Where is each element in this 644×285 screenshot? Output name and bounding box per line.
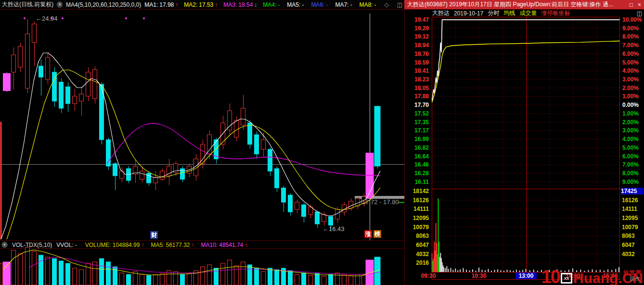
volume-value: 48541.74 <box>219 242 243 248</box>
ma-value: - <box>350 1 352 8</box>
ma-indicator-def: MA4(5,10,20,60,120,250,0,0) <box>66 1 141 8</box>
gap-range-annotation: 17.72 - 17.80 <box>362 198 399 206</box>
minute-chart-tab[interactable]: 涨停板坐标 <box>541 9 570 17</box>
volume-value: 104884.99 <box>113 242 140 248</box>
ma-value-item: MA6: - <box>311 1 329 8</box>
close-icon[interactable]: × <box>638 1 641 8</box>
volume-label: VOLUME: <box>85 242 111 248</box>
ma-trend-arrow: ↑ <box>175 1 178 8</box>
ma-label: MA8: <box>359 1 373 8</box>
volume-value-item: VVOL: - <box>56 242 78 248</box>
ma-trend-arrow: ↓ <box>254 1 257 8</box>
watermark-10: 10 <box>541 269 560 285</box>
tdx-stock-app: 大胜达(日线.前复权) ▾ MA4(5,10,20,60,120,250,0,0… <box>0 0 644 285</box>
cai-badge[interactable]: 财 <box>150 231 158 239</box>
volume-indicator-name: VOL-TDX(5,10) <box>12 242 52 248</box>
low-price-annotation: ←16.43 <box>322 225 345 233</box>
trade-date: 2019-10-17 <box>454 10 483 17</box>
stock-name: 大胜达 <box>432 9 450 17</box>
zhang-badge[interactable]: 涨 <box>364 230 372 238</box>
ma-label: MA7: <box>335 1 348 8</box>
volume-label: VVOL: <box>56 242 73 248</box>
ma-trend-arrow: ↑ <box>215 1 218 8</box>
volume-value-item: MA10: 48541.74 ↑ <box>201 242 248 248</box>
ma-label: MA5: <box>287 1 300 8</box>
watermark: 10 XX 拾荒网 Huang.CN <box>541 269 643 285</box>
ma-value: 17.98 <box>159 1 174 8</box>
bang-badge[interactable]: 榜 <box>374 230 381 238</box>
minute-chart-tab[interactable]: 分时 <box>488 9 499 17</box>
window-title: 大胜达(603687) 2019年10月17日 星期四 PageUp/Down:… <box>407 0 613 9</box>
pane-layout-icon[interactable]: ◫ <box>637 10 642 17</box>
daily-chart-region[interactable] <box>0 10 404 240</box>
ma-value-item: MA3: 18.54 ↓ <box>223 1 257 8</box>
minute-chart-region[interactable] <box>432 17 620 279</box>
volume-values: VVOL: - VOLUME: 104884.99 ↑ MA5: 56177.3… <box>56 242 247 248</box>
shopping-bag-icon: XX <box>561 273 572 284</box>
ma-value-item: MA5: - <box>287 1 305 8</box>
status-gray-text: 操作 <box>630 275 640 283</box>
ma-values: MA1: 17.98 ↑ MA2: 17.53 ↑ MA3: 18.54 ↓ <box>144 1 377 8</box>
window-titlebar: 大胜达(603687) 2019年10月17日 星期四 PageUp/Down:… <box>404 0 644 9</box>
volume-label: MA10: <box>201 242 218 248</box>
ma-value: 18.54 <box>238 1 253 8</box>
chart-title: 大胜达(日线.前复权) <box>2 0 53 9</box>
volume-trend-arrow: ↑ <box>141 242 144 248</box>
chevron-down-icon[interactable]: ▾ <box>1 242 8 248</box>
split-pane-icon[interactable]: ◫ <box>397 1 402 8</box>
ma-value: - <box>326 1 328 8</box>
diamond-icon[interactable]: ◇ <box>384 1 388 8</box>
ma-label: MA2: <box>184 1 197 8</box>
ma-value-item: MA2: 17.53 ↑ <box>184 1 218 8</box>
volume-trend-arrow: ↑ <box>245 242 247 248</box>
ma-value-item: MA4: - <box>263 1 281 8</box>
chevron-down-icon[interactable]: ▾ <box>57 1 63 8</box>
ma-value: - <box>374 1 376 8</box>
volume-trend-arrow: ↑ <box>192 242 194 248</box>
ma-value-item: MA1: 17.98 ↑ <box>144 1 178 8</box>
minute-chart-tab[interactable]: 均线 <box>503 9 515 17</box>
minute-chart-tabs: 分时均线成交量涨停板坐标 <box>488 9 570 17</box>
high-price-annotation: ←24.94 <box>36 15 58 22</box>
maximize-icon[interactable]: □ <box>630 1 633 8</box>
ma-value-item: MA7: - <box>335 1 353 8</box>
ma-value: 17.53 <box>199 1 213 8</box>
volume-value: 56177.32 <box>166 242 190 248</box>
volume-value: - <box>75 242 77 248</box>
volume-value-item: MA5: 56177.32 ↑ <box>151 242 194 248</box>
ma-label: MA1: <box>144 1 158 8</box>
ma-label: MA3: <box>223 1 237 8</box>
volume-indicator-header: ▾ VOL-TDX(5,10) VVOL: - VOLUME: 104884.9… <box>0 241 406 248</box>
left-chart-header: 大胜达(日线.前复权) ▾ MA4(5,10,20,60,120,250,0,0… <box>0 0 406 9</box>
daily-volume-pane-region[interactable] <box>0 249 404 285</box>
volume-label: MA5: <box>151 242 164 248</box>
ma-label: MA4: <box>263 1 276 8</box>
ma-value: - <box>278 1 280 8</box>
ma-value-item: MA8: - <box>359 1 377 8</box>
minute-chart-tab[interactable]: 成交量 <box>519 9 537 17</box>
minute-chart-header: 大胜达 2019-10-17 分时均线成交量涨停板坐标 ◫ <box>405 10 644 17</box>
volume-value-item: VOLUME: 104884.99 ↑ <box>85 242 144 248</box>
ma-label: MA6: <box>311 1 324 8</box>
ma-value: - <box>302 1 304 8</box>
